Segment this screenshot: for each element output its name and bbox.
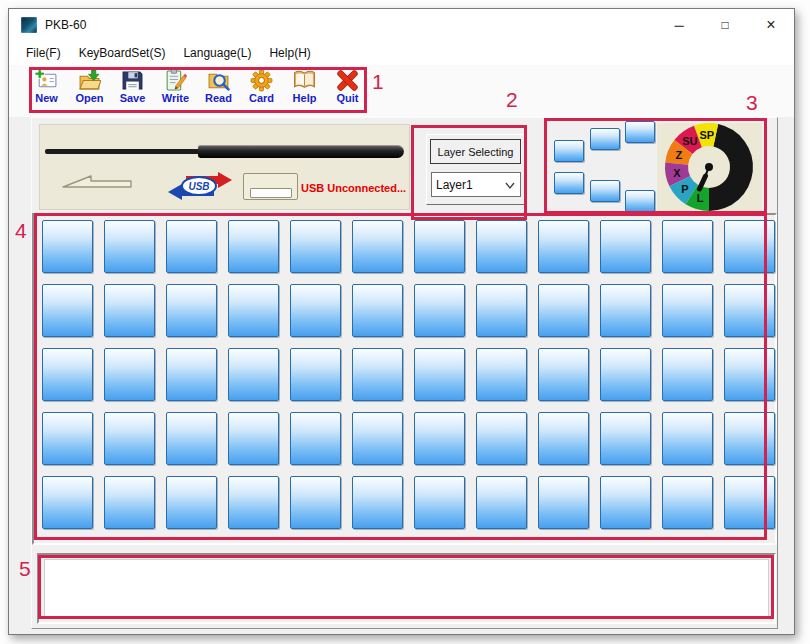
key-button[interactable] — [352, 476, 403, 529]
key-button[interactable] — [104, 476, 155, 529]
chevron-down-icon — [504, 179, 516, 191]
key-button[interactable] — [724, 348, 775, 401]
usb-logo-icon: USB — [166, 171, 234, 201]
key-button[interactable] — [228, 284, 279, 337]
key-button[interactable] — [538, 348, 589, 401]
key-button[interactable] — [414, 412, 465, 465]
key-button[interactable] — [476, 220, 527, 273]
key-button[interactable] — [42, 284, 93, 337]
app-icon — [21, 17, 37, 33]
key-button[interactable] — [104, 284, 155, 337]
key-button[interactable] — [662, 348, 713, 401]
key-button[interactable] — [600, 348, 651, 401]
key-button[interactable] — [538, 220, 589, 273]
key-button[interactable] — [228, 476, 279, 529]
key-button[interactable] — [414, 348, 465, 401]
key-button[interactable] — [104, 220, 155, 273]
key-button[interactable] — [42, 476, 93, 529]
key-button[interactable] — [414, 220, 465, 273]
key-button[interactable] — [724, 220, 775, 273]
key-button[interactable] — [352, 220, 403, 273]
minimize-button[interactable]: ─ — [656, 9, 702, 41]
mini-key[interactable] — [625, 121, 655, 143]
key-button[interactable] — [352, 284, 403, 337]
key-button[interactable] — [724, 412, 775, 465]
key-button[interactable] — [166, 476, 217, 529]
maximize-button[interactable]: □ — [702, 9, 748, 41]
titlebar: PKB-60 ─ □ × — [9, 9, 794, 41]
key-button[interactable] — [600, 412, 651, 465]
key-button[interactable] — [600, 284, 651, 337]
toolbar: New Open Save — [9, 65, 794, 117]
key-button[interactable] — [538, 284, 589, 337]
toolbar-label: Quit — [337, 93, 359, 104]
key-button[interactable] — [476, 476, 527, 529]
usb-slot-graphic — [250, 188, 292, 198]
layer-selecting-button[interactable]: Layer Selecting — [430, 139, 521, 164]
mini-key[interactable] — [590, 128, 620, 150]
pen-tip-graphic — [45, 149, 201, 154]
menu-keyboardset[interactable]: KeyBoardSet(S) — [70, 42, 175, 64]
key-button[interactable] — [228, 220, 279, 273]
dial-wheel: SPSUZXPL — [657, 123, 762, 212]
log-textarea[interactable] — [44, 559, 769, 617]
key-button[interactable] — [290, 284, 341, 337]
card-button[interactable]: Card — [240, 69, 283, 113]
key-button[interactable] — [476, 284, 527, 337]
key-button[interactable] — [228, 348, 279, 401]
key-button[interactable] — [166, 220, 217, 273]
menu-file[interactable]: File(F) — [17, 42, 70, 64]
key-button[interactable] — [662, 412, 713, 465]
menu-language[interactable]: Language(L) — [174, 42, 260, 64]
key-button[interactable] — [166, 412, 217, 465]
help-button[interactable]: Help — [283, 69, 326, 113]
log-panel — [37, 553, 776, 624]
mini-key[interactable] — [590, 180, 620, 202]
key-button[interactable] — [104, 412, 155, 465]
key-button[interactable] — [724, 284, 775, 337]
layer-select[interactable]: Layer1 — [431, 172, 521, 197]
key-button[interactable] — [538, 476, 589, 529]
key-button[interactable] — [166, 284, 217, 337]
save-button[interactable]: Save — [111, 69, 154, 113]
dial-wheel-icon: SPSUZXPL — [657, 123, 762, 212]
dial-segment-label: P — [681, 183, 688, 195]
key-button[interactable] — [662, 220, 713, 273]
read-button[interactable]: Read — [197, 69, 240, 113]
key-button[interactable] — [42, 348, 93, 401]
key-button[interactable] — [42, 220, 93, 273]
key-button[interactable] — [228, 412, 279, 465]
annotation-number-4: 4 — [15, 220, 27, 242]
key-button[interactable] — [166, 348, 217, 401]
key-button[interactable] — [476, 412, 527, 465]
key-button[interactable] — [352, 348, 403, 401]
mini-key[interactable] — [554, 172, 584, 194]
key-button[interactable] — [290, 348, 341, 401]
key-button[interactable] — [414, 284, 465, 337]
mini-key[interactable] — [625, 190, 655, 212]
layer-group: Layer Selecting Layer1 — [426, 134, 526, 205]
window-controls: ─ □ × — [656, 9, 794, 41]
key-button[interactable] — [290, 476, 341, 529]
key-button[interactable] — [600, 476, 651, 529]
open-button[interactable]: Open — [68, 69, 111, 113]
key-button[interactable] — [104, 348, 155, 401]
key-button[interactable] — [290, 412, 341, 465]
key-button[interactable] — [662, 476, 713, 529]
menu-help[interactable]: Help(H) — [260, 42, 319, 64]
key-button[interactable] — [538, 412, 589, 465]
key-button[interactable] — [42, 412, 93, 465]
key-button[interactable] — [476, 348, 527, 401]
new-button[interactable]: New — [25, 69, 68, 113]
close-button[interactable]: × — [748, 9, 794, 41]
key-button[interactable] — [724, 476, 775, 529]
key-button[interactable] — [414, 476, 465, 529]
key-button[interactable] — [290, 220, 341, 273]
key-button[interactable] — [600, 220, 651, 273]
key-button[interactable] — [662, 284, 713, 337]
mini-key[interactable] — [554, 140, 584, 162]
key-button[interactable] — [352, 412, 403, 465]
write-button[interactable]: Write — [154, 69, 197, 113]
dial-panel: SPSUZXPL — [547, 120, 766, 213]
quit-button[interactable]: Quit — [326, 69, 369, 113]
